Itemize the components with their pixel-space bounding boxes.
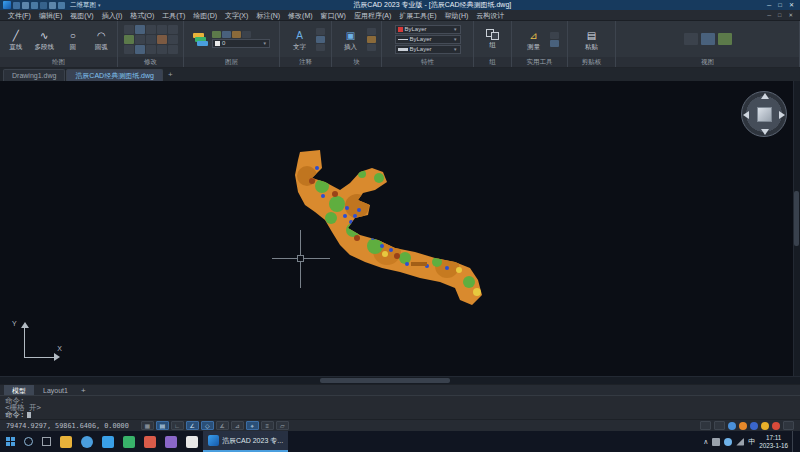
menu-modify[interactable]: 修改(M) xyxy=(284,10,317,21)
visual-style-icon[interactable] xyxy=(718,33,732,45)
menu-application[interactable]: 应用程序(A) xyxy=(350,10,395,21)
layer-lock-icon[interactable] xyxy=(232,31,241,38)
color-dropdown[interactable]: ByLayer ▼ xyxy=(395,25,461,34)
command-line-panel[interactable]: 命令: <栅格 开> 命令: xyxy=(0,395,800,419)
draw-panel-label[interactable]: 绘图 xyxy=(0,57,117,67)
paste-button[interactable]: ▤ 粘贴 xyxy=(579,28,605,51)
table-tool-icon[interactable] xyxy=(316,44,325,51)
menu-dimension[interactable]: 标注(N) xyxy=(252,10,284,21)
close-button[interactable]: ✕ xyxy=(786,0,797,10)
lineweight-toggle[interactable]: ≡ xyxy=(261,421,274,430)
mail-button[interactable] xyxy=(98,431,118,452)
doc-minimize-button[interactable]: ─ xyxy=(764,10,774,21)
rotate-tool-icon[interactable] xyxy=(146,25,156,34)
activation-icon[interactable] xyxy=(772,422,780,430)
undo-icon[interactable] xyxy=(49,2,56,9)
menu-view[interactable]: 视图(V) xyxy=(66,10,97,21)
circle-tool-button[interactable]: ○ 圆 xyxy=(60,28,86,51)
move-tool-icon[interactable] xyxy=(124,25,134,34)
start-button[interactable] xyxy=(2,431,19,452)
explode-tool-icon[interactable] xyxy=(135,45,145,54)
menu-file[interactable]: 文件(F) xyxy=(4,10,35,21)
minimize-button[interactable]: ─ xyxy=(764,0,774,10)
properties-panel-label[interactable]: 特性 xyxy=(382,57,473,67)
view-cube[interactable] xyxy=(757,107,772,122)
menu-format[interactable]: 格式(O) xyxy=(126,10,158,21)
ortho-toggle[interactable]: ∟ xyxy=(171,421,184,430)
extend-tool-icon[interactable] xyxy=(135,35,145,44)
horizontal-scrollbar[interactable] xyxy=(0,376,800,384)
doc-tab-active[interactable]: 浩辰CAD经典测图纸.dwg xyxy=(66,69,163,81)
show-desktop-button[interactable] xyxy=(792,431,796,452)
measure-button[interactable]: ⊿ 测量 xyxy=(521,28,547,51)
dimension-tool-icon[interactable] xyxy=(316,28,325,35)
clean-screen-icon[interactable] xyxy=(783,421,794,430)
clipboard-panel-label[interactable]: 剪贴板 xyxy=(568,57,615,67)
compass-west-pointer[interactable] xyxy=(743,111,749,119)
transparency-toggle[interactable]: ▱ xyxy=(276,421,289,430)
fillet-tool-icon[interactable] xyxy=(146,35,156,44)
menu-draw[interactable]: 绘图(D) xyxy=(189,10,221,21)
feedback-icon[interactable] xyxy=(761,422,769,430)
line-tool-button[interactable]: ╱ 直线 xyxy=(3,28,29,51)
linetype-dropdown[interactable]: ByLayer ▼ xyxy=(395,35,461,44)
vertical-scrollbar[interactable] xyxy=(793,81,800,376)
erase-tool-icon[interactable] xyxy=(124,45,134,54)
menu-insert[interactable]: 插入(I) xyxy=(98,10,127,21)
tray-expand-icon[interactable]: ∧ xyxy=(703,438,708,446)
array-tool-icon[interactable] xyxy=(168,35,178,44)
redo-icon[interactable] xyxy=(58,2,65,9)
annotation-scale-icon[interactable] xyxy=(700,421,711,430)
text-tool-button[interactable]: A 文字 xyxy=(287,28,313,51)
menu-cloud-design[interactable]: 云构设计 xyxy=(472,10,508,21)
doc-restore-button[interactable]: □ xyxy=(775,10,784,21)
copy-tool-icon[interactable] xyxy=(135,25,145,34)
view-navigation-compass[interactable] xyxy=(741,91,787,137)
media-button[interactable] xyxy=(140,431,160,452)
menu-text[interactable]: 文字(X) xyxy=(221,10,252,21)
task-view-button[interactable] xyxy=(38,431,55,452)
modify-panel-label[interactable]: 修改 xyxy=(118,57,183,67)
new-file-icon[interactable] xyxy=(13,2,20,9)
grid-toggle[interactable]: ▤ xyxy=(156,421,169,430)
menu-edit[interactable]: 编辑(E) xyxy=(35,10,66,21)
lineweight-dropdown[interactable]: ByLayer ▼ xyxy=(395,45,461,54)
layer-isolate-icon[interactable] xyxy=(242,31,251,38)
store-button[interactable] xyxy=(119,431,139,452)
menu-help[interactable]: 帮助(H) xyxy=(441,10,473,21)
cloud-tray-icon[interactable] xyxy=(724,438,732,446)
dyn-toggle[interactable]: ⌖ xyxy=(246,421,259,430)
layer-freeze-icon[interactable] xyxy=(222,31,231,38)
notes-button[interactable] xyxy=(182,431,202,452)
block-panel-label[interactable]: 块 xyxy=(332,57,381,67)
quick-select-icon[interactable] xyxy=(550,32,559,39)
ducs-toggle[interactable]: ⊿ xyxy=(231,421,244,430)
layers-panel-label[interactable]: 图层 xyxy=(184,57,279,67)
cad-taskbar-button[interactable]: 浩辰CAD 2023 专... xyxy=(203,431,288,452)
group-button[interactable]: 组 xyxy=(480,29,506,49)
insert-block-button[interactable]: ▣ 插入 xyxy=(338,28,364,51)
vertical-scrollbar-thumb[interactable] xyxy=(794,191,799,246)
join-tool-icon[interactable] xyxy=(168,45,178,54)
scale-tool-icon[interactable] xyxy=(168,25,178,34)
id-point-icon[interactable] xyxy=(550,40,559,47)
layer-on-icon[interactable] xyxy=(212,31,221,38)
snap-toggle[interactable]: ▦ xyxy=(141,421,154,430)
block-attributes-icon[interactable] xyxy=(367,44,376,51)
browser-button[interactable] xyxy=(77,431,97,452)
layer-dropdown[interactable]: 0 ▼ xyxy=(212,39,270,48)
cloud-service-icon[interactable] xyxy=(728,422,736,430)
menu-tools[interactable]: 工具(T) xyxy=(158,10,189,21)
menu-window[interactable]: 窗口(W) xyxy=(317,10,350,21)
workspace-switch-icon[interactable] xyxy=(714,421,725,430)
open-file-icon[interactable] xyxy=(22,2,29,9)
compass-south-pointer[interactable] xyxy=(761,129,769,135)
settings-button[interactable] xyxy=(161,431,181,452)
network-icon[interactable] xyxy=(736,438,744,446)
save-icon[interactable] xyxy=(31,2,38,9)
named-views-icon[interactable] xyxy=(701,33,715,45)
viewport-icon[interactable] xyxy=(684,33,698,45)
landuse-map-drawing[interactable] xyxy=(287,146,497,318)
leader-tool-icon[interactable] xyxy=(316,36,325,43)
group-panel-label[interactable]: 组 xyxy=(474,57,511,67)
